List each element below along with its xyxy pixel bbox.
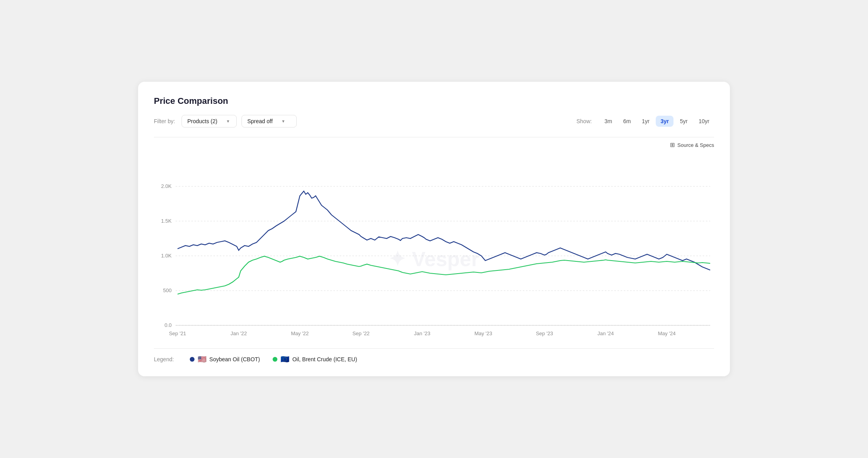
svg-text:2.0K: 2.0K xyxy=(161,183,172,189)
svg-text:May '23: May '23 xyxy=(474,330,492,336)
time-btn-3yr[interactable]: 3yr xyxy=(656,116,673,127)
products-dropdown[interactable]: Products (2) ▾ xyxy=(181,115,237,128)
page-title: Price Comparison xyxy=(154,96,714,106)
time-btn-5yr[interactable]: 5yr xyxy=(675,116,692,127)
legend-item-brent: 🇪🇺 Oil, Brent Crude (ICE, EU) xyxy=(273,355,357,364)
show-label: Show: xyxy=(576,118,592,124)
spread-dropdown-label: Spread off xyxy=(247,118,273,124)
chevron-down-icon: ▾ xyxy=(227,118,229,124)
svg-text:Sep '23: Sep '23 xyxy=(536,330,553,336)
price-comparison-card: Price Comparison Filter by: Products (2)… xyxy=(138,82,730,376)
chevron-down-icon: ▾ xyxy=(282,118,284,124)
soybean-dot xyxy=(190,357,195,362)
svg-text:Sep '21: Sep '21 xyxy=(169,330,186,336)
brent-dot xyxy=(273,357,277,362)
source-specs-label: Source & Specs xyxy=(677,142,714,148)
svg-text:0.0: 0.0 xyxy=(165,322,172,328)
time-btn-3m[interactable]: 3m xyxy=(600,116,617,127)
time-btn-6m[interactable]: 6m xyxy=(618,116,635,127)
time-btn-1yr[interactable]: 1yr xyxy=(637,116,654,127)
soybean-oil-label: Soybean Oil (CBOT) xyxy=(210,356,260,362)
svg-text:500: 500 xyxy=(163,287,172,293)
brent-crude-label: Oil, Brent Crude (ICE, EU) xyxy=(292,356,357,362)
svg-text:May '24: May '24 xyxy=(658,330,675,336)
svg-text:✦ Vesper: ✦ Vesper xyxy=(389,248,479,270)
svg-text:1.0K: 1.0K xyxy=(161,253,172,259)
svg-text:May '22: May '22 xyxy=(291,330,309,336)
time-range-buttons: 3m 6m 1yr 3yr 5yr 10yr xyxy=(600,116,714,127)
svg-text:1.5K: 1.5K xyxy=(161,218,172,224)
us-flag-icon: 🇺🇸 xyxy=(198,355,206,364)
eu-flag-icon: 🇪🇺 xyxy=(281,355,289,364)
legend-label: Legend: xyxy=(154,356,174,362)
legend-row: Legend: 🇺🇸 Soybean Oil (CBOT) 🇪🇺 Oil, Br… xyxy=(154,348,714,364)
svg-text:Jan '24: Jan '24 xyxy=(597,330,614,336)
table-icon: ⊞ xyxy=(670,141,675,148)
toolbar: Filter by: Products (2) ▾ Spread off ▾ S… xyxy=(154,115,714,128)
svg-text:Sep '22: Sep '22 xyxy=(352,330,370,336)
chart-area: ⊞ Source & Specs .grid-line { stroke: #d… xyxy=(154,137,714,364)
price-chart: .grid-line { stroke: #ddd; stroke-width:… xyxy=(154,152,714,341)
products-dropdown-label: Products (2) xyxy=(187,118,217,124)
source-specs-button[interactable]: ⊞ Source & Specs xyxy=(670,141,714,148)
spread-dropdown[interactable]: Spread off ▾ xyxy=(241,115,297,128)
svg-text:Jan '22: Jan '22 xyxy=(230,330,247,336)
time-btn-10yr[interactable]: 10yr xyxy=(694,116,714,127)
filter-label: Filter by: xyxy=(154,118,175,124)
legend-item-soybean: 🇺🇸 Soybean Oil (CBOT) xyxy=(190,355,260,364)
svg-text:Jan '23: Jan '23 xyxy=(414,330,430,336)
